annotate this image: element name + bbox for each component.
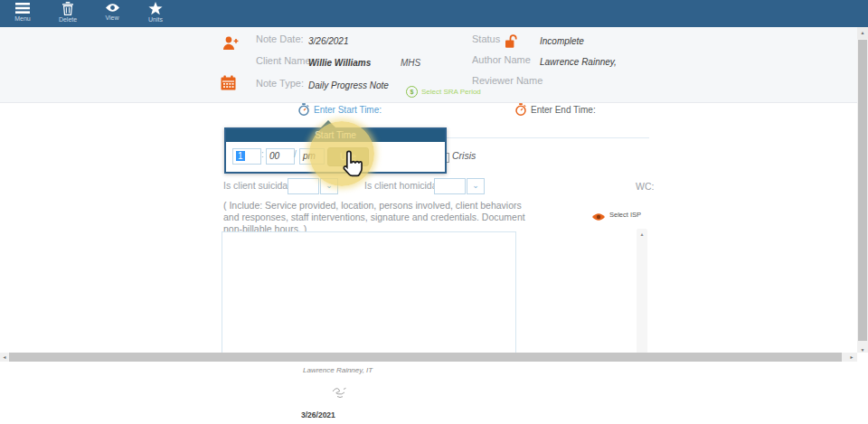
enter-end-time-link[interactable]: Enter End Time:	[531, 105, 596, 115]
status-label: Status	[472, 33, 500, 44]
star-icon	[136, 2, 175, 15]
select-sra-period-label: Select SRA Period	[421, 88, 481, 96]
view-button[interactable]: View	[92, 2, 132, 21]
hour-value: 1	[236, 151, 245, 161]
vertical-scroll-thumb[interactable]	[858, 40, 867, 341]
popup-pointer	[320, 120, 336, 128]
suicidal-select[interactable]	[288, 178, 319, 194]
author-signature-text: Lawrence Rainney, IT	[303, 366, 373, 374]
calendar-icon[interactable]	[221, 75, 236, 94]
section-divider	[445, 137, 649, 138]
menu-label: Menu	[3, 15, 42, 22]
suicidal-label: Is client suicidal?	[223, 180, 295, 191]
start-stopwatch-icon	[297, 103, 310, 119]
note-header: Note Date: 3/26/2021 Client Name: Willie…	[0, 27, 857, 103]
signature-scribble	[329, 385, 356, 405]
homicidal-chevron-icon[interactable]: ⌄	[467, 178, 485, 194]
time-colon: :	[261, 149, 264, 159]
popup-title: Start Time	[226, 129, 445, 142]
homicidal-label: Is client homicidal?	[364, 180, 445, 191]
note-type-label: Note Type:	[256, 78, 304, 89]
enter-start-time-link[interactable]: Enter Start Time:	[314, 105, 382, 115]
select-isp-link[interactable]: Select ISP	[609, 211, 641, 219]
scroll-right-icon[interactable]: ►	[846, 353, 857, 362]
scroll-down-icon[interactable]: ▼	[857, 344, 868, 356]
vertical-scrollbar[interactable]: ▲ ▼	[857, 27, 868, 353]
end-stopwatch-icon	[514, 103, 527, 119]
client-name-label: Client Name:	[256, 55, 314, 66]
note-text-area[interactable]	[222, 231, 516, 356]
note-instructions: ( Include: Service provided, location, p…	[223, 200, 525, 234]
eye-icon	[92, 2, 132, 14]
client-name-value[interactable]: Willie Williams	[308, 58, 371, 68]
unlocked-icon[interactable]	[505, 33, 518, 52]
delete-label: Delete	[48, 16, 88, 23]
units-label: Units	[136, 16, 175, 23]
signature-date: 3/26/2021	[301, 410, 335, 419]
view-label: View	[92, 14, 132, 21]
meridiem-input[interactable]: pm	[299, 148, 325, 165]
horizontal-scrollbar[interactable]: ◄ ►	[0, 353, 857, 362]
note-type-value[interactable]: Daily Progress Note	[308, 80, 389, 90]
menu-button[interactable]: Menu	[3, 2, 42, 22]
scroll-left-icon[interactable]: ◄	[0, 353, 9, 362]
author-name-label: Author Name	[472, 54, 531, 65]
suicidal-chevron-icon[interactable]: ⌄	[320, 178, 338, 194]
program-code: MHS	[401, 58, 420, 68]
menu-icon	[3, 2, 42, 14]
use-button[interactable]: Use	[327, 147, 369, 166]
crisis-label: Crisis	[452, 150, 476, 161]
homicidal-select[interactable]	[434, 178, 466, 194]
horizontal-scroll-thumb[interactable]	[9, 353, 842, 362]
toolbar: Menu Delete View Units	[0, 0, 868, 27]
trash-icon	[48, 2, 88, 15]
start-time-popup: Start Time 1 : 00 / pm Use	[224, 127, 447, 174]
panel-scroll-up-icon[interactable]: ▲	[637, 229, 647, 237]
app-window: Menu Delete View Units Note D	[0, 0, 868, 424]
units-button[interactable]: Units	[136, 2, 175, 23]
isp-eye-icon	[591, 209, 606, 225]
dollar-icon: $	[406, 86, 418, 98]
reviewer-name-label: Reviewer Name	[472, 75, 542, 86]
time-slash: /	[294, 149, 297, 159]
select-sra-period-link[interactable]: $Select SRA Period	[406, 86, 481, 98]
wc-label: WC:	[636, 181, 654, 192]
delete-button[interactable]: Delete	[48, 2, 88, 23]
status-value: Incomplete	[540, 36, 584, 46]
minute-input[interactable]: 00	[266, 148, 295, 165]
note-date-value[interactable]: 3/26/2021	[308, 36, 349, 46]
author-name-value: Lawrence Rainney,	[540, 57, 617, 67]
note-date-label: Note Date:	[256, 33, 304, 44]
add-person-icon	[222, 35, 239, 54]
hour-input[interactable]: 1	[232, 148, 261, 165]
panel-scrollbar[interactable]: ▲	[637, 229, 647, 353]
scroll-up-icon[interactable]: ▲	[857, 27, 868, 39]
